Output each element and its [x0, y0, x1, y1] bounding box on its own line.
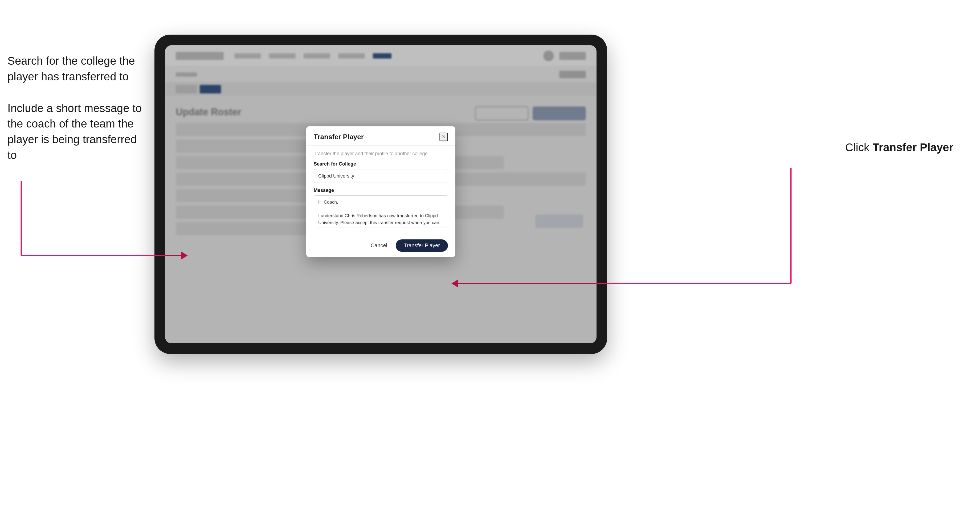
tablet-device: Update Roster Transfer Player × [154, 35, 607, 354]
modal-title: Transfer Player [314, 133, 364, 141]
modal-description: Transfer the player and their profile to… [314, 151, 448, 157]
tablet-screen: Update Roster Transfer Player × [165, 45, 597, 343]
annotation-right-prefix: Click [845, 141, 873, 154]
transfer-player-button[interactable]: Transfer Player [396, 239, 448, 252]
message-label: Message [314, 187, 448, 193]
college-label: Search for College [314, 161, 448, 167]
modal-footer: Cancel Transfer Player [306, 235, 455, 257]
annotation-left-block: Search for the college the player has tr… [8, 53, 146, 179]
annotation-text-2: Include a short message to the coach of … [8, 101, 146, 163]
message-textarea[interactable]: Hi Coach, I understand Chris Robertson h… [314, 195, 448, 227]
college-search-input[interactable] [314, 169, 448, 183]
modal-close-button[interactable]: × [439, 133, 448, 141]
annotation-right-bold: Transfer Player [872, 141, 953, 154]
annotation-text-1: Search for the college the player has tr… [8, 53, 146, 85]
modal-body: Transfer the player and their profile to… [306, 146, 455, 235]
cancel-button[interactable]: Cancel [366, 240, 391, 251]
modal-header: Transfer Player × [306, 126, 455, 146]
annotation-right-block: Click Transfer Player [845, 141, 953, 154]
transfer-player-modal: Transfer Player × Transfer the player an… [306, 126, 455, 257]
